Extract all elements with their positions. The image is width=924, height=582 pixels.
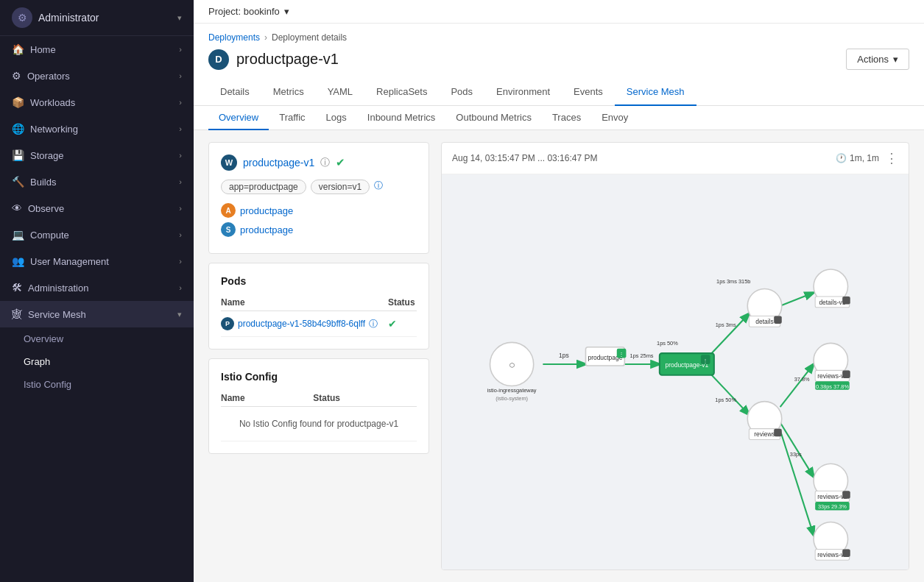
- tab-events[interactable]: Events: [562, 79, 615, 106]
- node-badge-sm: [842, 549, 850, 557]
- breadcrumb: Deployments › Deployment details: [208, 32, 909, 43]
- subtab-traces[interactable]: Traces: [542, 106, 591, 130]
- clock-icon: 🕐: [836, 153, 847, 163]
- admin-label: Administrator: [38, 12, 172, 24]
- sidebar-item-label: Workloads: [30, 97, 75, 108]
- edge-label: 1ps 50%: [715, 397, 736, 403]
- sidebar-header[interactable]: ⚙ Administrator ▾: [0, 0, 194, 36]
- content-area: W productpage-v1 ⓘ ✔ app=productpage ver…: [194, 130, 924, 582]
- app-badge: A: [221, 203, 236, 218]
- info-icon[interactable]: ⓘ: [320, 156, 330, 169]
- tab-replicasets[interactable]: ReplicaSets: [364, 79, 439, 106]
- more-options-button[interactable]: ⋮: [885, 150, 898, 166]
- sidebar-item-home[interactable]: 🏠 Home ›: [0, 36, 194, 63]
- service-badge: S: [221, 222, 236, 237]
- sidebar-item-compute[interactable]: 💻 Compute ›: [0, 221, 194, 248]
- sidebar-item-builds[interactable]: 🔨 Builds ›: [0, 168, 194, 195]
- app-link[interactable]: A productpage: [221, 203, 417, 218]
- graph-time: Aug 14, 03:15:47 PM ... 03:16:47 PM: [452, 153, 597, 163]
- service-mesh-graph: 1ps 1ps 25ms 1ps 3ms 1ps 50% 37.8%: [442, 174, 909, 569]
- pod-name[interactable]: productpage-v1-58b4c9bff8-6qlff: [238, 319, 365, 329]
- subtab-outbound-metrics[interactable]: Outbound Metrics: [445, 106, 542, 130]
- page-title-row: D productpage-v1 Actions ▾: [208, 49, 909, 70]
- tab-yaml[interactable]: YAML: [316, 79, 364, 106]
- page-title-left: D productpage-v1: [208, 49, 339, 70]
- edge-line: [780, 293, 814, 306]
- breadcrumb-current: Deployment details: [272, 32, 347, 43]
- time-badge-label: 1m, 1m: [850, 153, 879, 163]
- storage-chevron-icon: ›: [179, 151, 182, 160]
- edge-label: 1ps 3ms: [716, 322, 736, 328]
- networking-chevron-icon: ›: [179, 124, 182, 133]
- app-link-label[interactable]: productpage: [240, 205, 293, 216]
- node-badge-sm: [842, 370, 850, 378]
- istio-col-name: Name: [221, 390, 313, 407]
- admin-chevron-icon: ▾: [177, 13, 182, 23]
- service-link[interactable]: S productpage: [221, 222, 417, 237]
- table-row: No Istio Config found for productpage-v1: [221, 407, 417, 441]
- tab-environment[interactable]: Environment: [484, 79, 562, 106]
- sidebar-item-label: Compute: [30, 230, 69, 241]
- tab-pods[interactable]: Pods: [439, 79, 484, 106]
- sidebar-item-label: User Management: [30, 256, 109, 267]
- sidebar-item-observe[interactable]: 👁 Observe ›: [0, 195, 194, 221]
- page-header: Deployments › Deployment details D produ…: [194, 24, 924, 79]
- subtab-inbound-metrics[interactable]: Inbound Metrics: [357, 106, 446, 130]
- badge-text: ⋮: [618, 350, 624, 358]
- istio-config-card: Istio Config Name Status No Istio Config…: [208, 358, 429, 454]
- compute-icon: 💻: [12, 229, 24, 241]
- tab-metrics[interactable]: Metrics: [261, 79, 316, 106]
- service-link-label[interactable]: productpage: [240, 224, 293, 235]
- edge-label: 33ps: [790, 451, 802, 458]
- tags-info-icon[interactable]: ⓘ: [374, 180, 383, 194]
- pod-name-cell: P productpage-v1-58b4c9bff8-6qlff ⓘ: [221, 317, 388, 330]
- table-row: P productpage-v1-58b4c9bff8-6qlff ⓘ ✔: [221, 311, 417, 337]
- pod-info-icon[interactable]: ⓘ: [369, 318, 378, 330]
- tab-service-mesh[interactable]: Service Mesh: [615, 79, 696, 106]
- breadcrumb-separator-icon: ›: [264, 32, 267, 43]
- pods-card: Pods Name Status P prod: [208, 263, 429, 349]
- project-dropdown[interactable]: ▾: [284, 6, 289, 17]
- breadcrumb-parent[interactable]: Deployments: [208, 32, 260, 43]
- subtab-logs[interactable]: Logs: [316, 106, 357, 130]
- edge-metric2: 1ps 50%: [657, 340, 678, 347]
- service-mesh-chevron-icon: ▾: [177, 310, 182, 319]
- check-icon: ✔: [336, 156, 345, 169]
- sidebar-child-istio-config[interactable]: Istio Config: [0, 373, 194, 396]
- sidebar-item-operators[interactable]: ⚙ Operators ›: [0, 63, 194, 89]
- observe-icon: 👁: [12, 202, 22, 214]
- sidebar-item-label: Observe: [28, 203, 64, 214]
- sidebar-child-overview[interactable]: Overview: [0, 327, 194, 350]
- node-istio-ingressgateway[interactable]: ⬡: [490, 342, 534, 386]
- subtab-overview[interactable]: Overview: [208, 106, 269, 130]
- builds-chevron-icon: ›: [179, 177, 182, 186]
- sidebar-item-label: Home: [30, 44, 56, 55]
- workload-card: W productpage-v1 ⓘ ✔ app=productpage ver…: [208, 142, 429, 254]
- service-mesh-icon: 🕸: [12, 308, 22, 320]
- sidebar-child-graph[interactable]: Graph: [0, 350, 194, 373]
- sidebar-item-administration[interactable]: 🛠 Administration ›: [0, 274, 194, 301]
- subtab-traffic[interactable]: Traffic: [269, 106, 315, 130]
- sidebar-item-storage[interactable]: 💾 Storage ›: [0, 142, 194, 168]
- edge-label: 37.8%: [794, 376, 810, 383]
- pod-status-icon: ✔: [388, 318, 397, 330]
- sidebar-item-service-mesh[interactable]: 🕸 Service Mesh ▾: [0, 301, 194, 327]
- workload-name[interactable]: productpage-v1: [243, 157, 314, 168]
- sidebar-item-workloads[interactable]: 📦 Workloads ›: [0, 89, 194, 116]
- pods-table: Name Status P productpage-v1-58b4c9bff8-…: [221, 294, 417, 337]
- home-icon: 🏠: [12, 43, 24, 55]
- sidebar-section-service-mesh: 🕸 Service Mesh ▾ Overview Graph Istio Co…: [0, 301, 194, 396]
- workload-badge: W: [221, 155, 237, 171]
- sidebar-item-user-management[interactable]: 👥 User Management ›: [0, 248, 194, 274]
- tab-details[interactable]: Details: [208, 79, 261, 106]
- edge-line: [780, 430, 814, 536]
- node-label-text: istio-ingressgateway: [487, 387, 537, 394]
- edge-label: 1ps: [559, 352, 569, 359]
- badge-text: ⋮: [702, 357, 708, 364]
- user-management-icon: 👥: [12, 255, 24, 267]
- pods-title: Pods: [221, 275, 417, 287]
- sidebar-item-networking[interactable]: 🌐 Networking ›: [0, 116, 194, 142]
- page-title: productpage-v1: [236, 51, 339, 68]
- actions-button[interactable]: Actions ▾: [846, 49, 909, 70]
- subtab-envoy[interactable]: Envoy: [591, 106, 638, 130]
